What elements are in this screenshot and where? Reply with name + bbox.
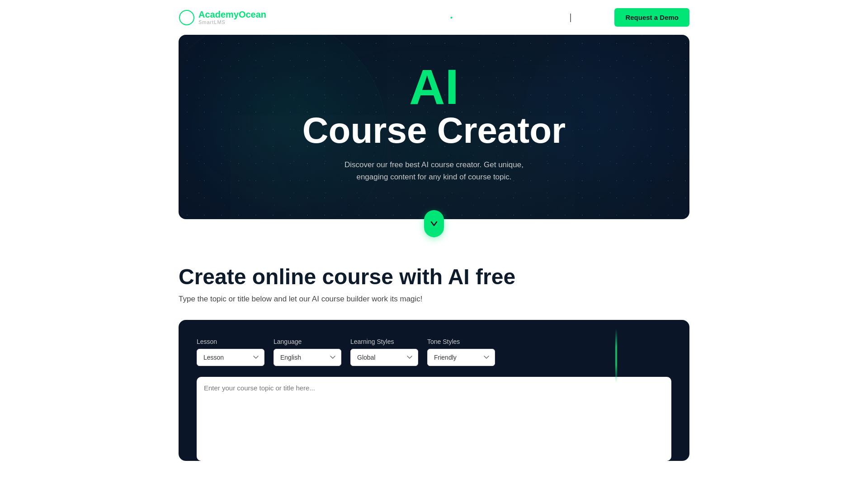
logo-name: AcademyOcean xyxy=(198,9,266,19)
hero-title: Course Creator xyxy=(302,112,566,150)
nav-product[interactable]: Product xyxy=(285,14,309,21)
learning-styles-group: Learning Styles Global Sequential Active… xyxy=(350,338,418,366)
resources-dot: • xyxy=(450,14,453,21)
logo-link[interactable]: AcademyOcean SmartLMS xyxy=(179,9,266,26)
scroll-down-button[interactable] xyxy=(424,210,444,237)
logo-subtitle: SmartLMS xyxy=(198,19,266,25)
nav-pricing[interactable]: Pricing xyxy=(323,14,344,21)
logo-icon xyxy=(179,9,195,26)
main-content: Create online course with AI free Type t… xyxy=(179,237,689,461)
learning-styles-label: Learning Styles xyxy=(350,338,418,345)
hero-ai-text: AI xyxy=(302,62,566,112)
lesson-select[interactable]: Lesson Module Course xyxy=(197,349,264,366)
chevron-down-icon xyxy=(429,219,439,228)
section-title: Create online course with AI free xyxy=(179,264,689,289)
lesson-label: Lesson xyxy=(197,338,264,345)
tone-styles-select[interactable]: Friendly Formal Casual Professional xyxy=(427,349,495,366)
logo-text: AcademyOcean SmartLMS xyxy=(198,9,266,25)
green-stripe-decoration xyxy=(615,329,617,383)
nav-divider: | xyxy=(570,12,572,23)
lesson-group: Lesson Lesson Module Course xyxy=(197,338,264,366)
nav-links: Product Pricing Solutions Features •Reso… xyxy=(285,14,550,22)
hero-content: AI Course Creator Discover our free best… xyxy=(302,62,566,183)
section-subtitle: Type the topic or title below and let ou… xyxy=(179,295,689,304)
form-card-inner: Lesson Lesson Module Course Language xyxy=(197,338,671,461)
nav-solutions[interactable]: Solutions xyxy=(359,14,391,21)
scroll-arrow-wrap xyxy=(0,210,868,237)
form-row: Lesson Lesson Module Course Language xyxy=(197,338,671,366)
nav-resources[interactable]: •Resources ▾ xyxy=(450,14,495,21)
request-demo-button[interactable]: Request a Demo xyxy=(614,8,689,27)
language-label: Language xyxy=(274,338,341,345)
hero-section: AI Course Creator Discover our free best… xyxy=(179,35,689,219)
nav-right: | Sign In Request a Demo xyxy=(570,8,689,27)
nav-case-studies[interactable]: Case Studies xyxy=(510,14,550,21)
topic-textarea[interactable] xyxy=(204,384,664,452)
language-group: Language English Spanish French German xyxy=(274,338,341,366)
tone-styles-group: Tone Styles Friendly Formal Casual Profe… xyxy=(427,338,495,366)
navbar: AcademyOcean SmartLMS Product Pricing So… xyxy=(179,0,689,35)
hero-subtitle: Discover our free best AI course creator… xyxy=(321,159,547,183)
nav-features[interactable]: Features xyxy=(405,14,436,21)
topic-textarea-wrap xyxy=(197,377,671,461)
svg-point-0 xyxy=(179,10,194,25)
form-card: Lesson Lesson Module Course Language xyxy=(179,320,689,461)
sign-in-link[interactable]: Sign In xyxy=(583,14,604,21)
language-select[interactable]: English Spanish French German xyxy=(274,349,341,366)
tone-styles-label: Tone Styles xyxy=(427,338,495,345)
learning-styles-select[interactable]: Global Sequential Active Reflective xyxy=(350,349,418,366)
